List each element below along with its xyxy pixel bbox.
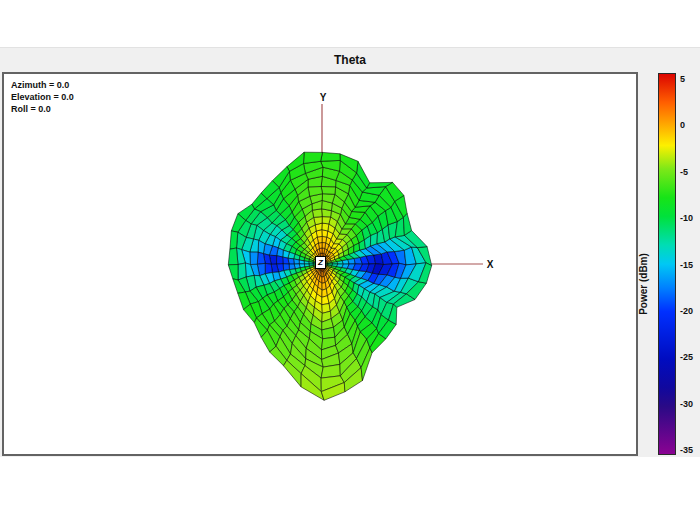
title-bar: Theta	[0, 48, 700, 72]
colorbar-tick-label: -10	[680, 212, 700, 224]
mesh-facet	[322, 243, 326, 249]
app-window: Theta Azimuth = 0.0 Elevation = 0.0 Roll…	[0, 0, 700, 530]
colorbar-gradient	[658, 73, 676, 455]
roll-readout: Roll = 0.0	[11, 103, 74, 115]
colorbar-tick-labels: 50-5-10-15-20-25-30-35	[680, 0, 700, 530]
colorbar-tick-label: -35	[680, 444, 700, 456]
elevation-readout: Elevation = 0.0	[11, 91, 74, 103]
colorbar-tick-label: -15	[680, 259, 700, 271]
colorbar-tick-label: -5	[680, 166, 700, 178]
plot-frame: Azimuth = 0.0 Elevation = 0.0 Roll = 0.0…	[2, 72, 638, 456]
page-title: Theta	[334, 53, 366, 67]
azimuth-readout: Azimuth = 0.0	[11, 79, 74, 91]
colorbar-tick-label: -20	[680, 305, 700, 317]
mesh-facet	[228, 248, 238, 265]
mesh-facet	[250, 252, 258, 264]
colorbar-tick-label: -25	[680, 351, 700, 363]
mesh-facet	[294, 259, 300, 264]
colorbar-tick-label: 5	[680, 73, 700, 85]
pattern-panel: Theta Azimuth = 0.0 Elevation = 0.0 Roll…	[0, 47, 700, 457]
mesh-facet	[228, 265, 238, 281]
mesh-facet	[321, 152, 341, 161]
colorbar-tick-label: -30	[680, 398, 700, 410]
mesh-facet	[322, 236, 327, 242]
mesh-facet	[230, 231, 238, 249]
colorbar-axis-label: Power (dBm)	[638, 224, 652, 344]
colorbar-tick-label: 0	[680, 119, 700, 131]
mesh-facet	[322, 217, 331, 224]
orientation-annotations: Azimuth = 0.0 Elevation = 0.0 Roll = 0.0	[11, 79, 74, 115]
mesh-facet	[299, 260, 304, 264]
z-axis-marker: Z	[315, 256, 326, 269]
y-axis-label: Y	[316, 92, 330, 103]
mesh-facet	[277, 256, 284, 264]
mesh-facet	[322, 223, 329, 231]
mesh-facet	[321, 187, 335, 195]
mesh-facet	[304, 261, 309, 264]
mesh-facet	[265, 263, 272, 273]
x-axis-label: X	[483, 259, 497, 270]
